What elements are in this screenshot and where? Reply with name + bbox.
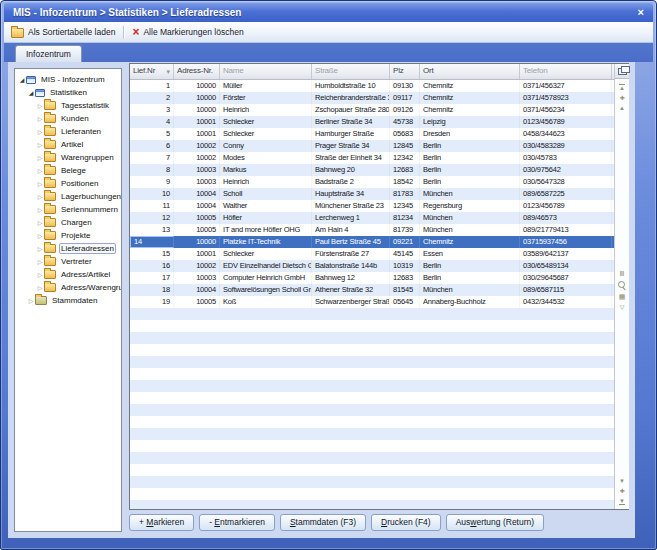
table-row[interactable]: 610002ConnyPrager Straße 3412845Berlin03…: [130, 140, 614, 152]
cell-ort: München: [420, 188, 520, 200]
tree-item-lieferadressen[interactable]: ▷Lieferadressen: [15, 242, 121, 255]
drucken-button[interactable]: Drucken (F4): [371, 514, 441, 531]
scroll-top-icon[interactable]: ▲: [619, 84, 625, 91]
grid-mode-icon[interactable]: ▦: [619, 293, 626, 300]
column-header-plz[interactable]: Plz: [390, 64, 420, 79]
expand-arrow-icon[interactable]: ▷: [36, 258, 44, 266]
expand-arrow-icon[interactable]: ▷: [36, 128, 44, 136]
scroll-bottom-icon[interactable]: ▼: [619, 498, 625, 505]
table-row[interactable]: 1610002EDV Einzelhandel Dietsch GmbBalat…: [130, 260, 614, 272]
expand-arrow-icon[interactable]: ▷: [36, 115, 44, 123]
load-sort-table-button[interactable]: Als Sortiertabelle laden: [4, 22, 122, 42]
cell-ort: München: [420, 224, 520, 236]
column-chooser-icon[interactable]: [618, 68, 627, 75]
tree-item-positionen[interactable]: ▷Positionen: [15, 177, 121, 190]
expand-arrow-icon[interactable]: ▷: [36, 206, 44, 214]
table-row[interactable]: 510001SchleckerHamburger Straße05683Dres…: [130, 128, 614, 140]
expand-arrow-icon[interactable]: ▷: [36, 180, 44, 188]
folder-icon: [44, 283, 56, 292]
tree-item-chargen[interactable]: ▷Chargen: [15, 216, 121, 229]
column-header-lief-nr[interactable]: Lief.Nr▼: [130, 64, 174, 79]
tree-item-kunden[interactable]: ▷Kunden: [15, 112, 121, 125]
tree-item-projekte[interactable]: ▷Projekte: [15, 229, 121, 242]
stammdaten-button[interactable]: Stammdaten (F3): [280, 514, 366, 531]
entmarkieren-button[interactable]: - Entmarkieren: [199, 514, 275, 531]
tree-item-stammdaten[interactable]: ▷Stammdaten: [15, 294, 121, 307]
cell-adress-nr: 10004: [174, 200, 220, 212]
cell-plz: 81545: [390, 284, 420, 296]
table-row[interactable]: 810003MarkusBahnweg 2012683Berlin030/975…: [130, 164, 614, 176]
table-row[interactable]: 1510001SchleckerFürstenstraße 2745145Ess…: [130, 248, 614, 260]
cell-name: Heinrich: [220, 104, 312, 116]
tree-item-mis-infozentrum[interactable]: ◢MIS - Infozentrum: [15, 73, 121, 86]
table-row[interactable]: 1310005IT and more Höfler OHGAm Hain 481…: [130, 224, 614, 236]
tree-item-tagesstatistik[interactable]: ▷Tagesstatistik: [15, 99, 121, 112]
column-header-name[interactable]: Name: [220, 64, 312, 79]
expand-arrow-icon[interactable]: ▷: [36, 102, 44, 110]
auswertung-button[interactable]: Auswertung (Return): [446, 514, 544, 531]
expand-arrow-icon[interactable]: ▷: [36, 232, 44, 240]
tree-item-adress-warengruppen[interactable]: ▷Adress/Warengruppen: [15, 281, 121, 294]
table-row[interactable]: 710002ModesStraße der Einheit 3412342Ber…: [130, 152, 614, 164]
cell-adress-nr: 10002: [174, 140, 220, 152]
tree-item-artikel[interactable]: ▷Artikel: [15, 138, 121, 151]
tree-item-lieferanten[interactable]: ▷Lieferanten: [15, 125, 121, 138]
tree-item-belege[interactable]: ▷Belege: [15, 164, 121, 177]
tree-item-statistiken[interactable]: ◢Statistiken: [15, 86, 121, 99]
collapse-arrow-icon[interactable]: ◢: [18, 76, 26, 84]
cell-ort: Regensburg: [420, 200, 520, 212]
cell-adress-nr: 10004: [174, 284, 220, 296]
expand-arrow-icon[interactable]: ▷: [36, 167, 44, 175]
expand-arrow-icon[interactable]: ▷: [36, 141, 44, 149]
table-row[interactable]: 210000FörsterReichenbranderstraße 309117…: [130, 92, 614, 104]
table-row[interactable]: 1410000Platzke IT-TechnikPaul Bertz Stra…: [130, 236, 614, 248]
expand-arrow-icon[interactable]: ▷: [36, 154, 44, 162]
grid-nav-strip: ▲✚▲ Ⅲ▦▽ ▼✚▼: [614, 64, 629, 509]
close-icon[interactable]: ×: [638, 7, 644, 18]
tree-item-adress-artikel[interactable]: ▷Adress/Artikel: [15, 268, 121, 281]
tree-item-label: Stammdaten: [50, 295, 99, 306]
cell-adress-nr: 10005: [174, 296, 220, 308]
table-row[interactable]: 1910005KoßSchwarzenberger Straße05645Ann…: [130, 296, 614, 308]
column-header-telefon[interactable]: Telefon: [520, 64, 612, 79]
table-row[interactable]: 1710003Computer Heinrich GmbHBahnweg 121…: [130, 272, 614, 284]
column-header-stra-e[interactable]: Straße: [312, 64, 390, 79]
table-row[interactable]: 310000HeinrichZschopauer Straße 28009126…: [130, 104, 614, 116]
search-icon[interactable]: [618, 281, 626, 289]
table-row[interactable]: 910003HeinrichBadstraße 218542Berlin030/…: [130, 176, 614, 188]
table-row[interactable]: 1110004WaltherMünchener Straße 2312345Re…: [130, 200, 614, 212]
expand-arrow-icon[interactable]: ▷: [36, 219, 44, 227]
tree-item-seriennummern[interactable]: ▷Seriennummern: [15, 203, 121, 216]
row-down-icon[interactable]: ▼: [619, 478, 625, 484]
tree-item-warengruppen[interactable]: ▷Warengruppen: [15, 151, 121, 164]
columns-icon[interactable]: Ⅲ: [620, 270, 625, 277]
tree-item-vertreter[interactable]: ▷Vertreter: [15, 255, 121, 268]
cell-adress-nr: 10000: [174, 104, 220, 116]
table-row[interactable]: 1010004SchollHauptstraße 3481783München0…: [130, 188, 614, 200]
expand-arrow-icon[interactable]: ▷: [36, 245, 44, 253]
column-header-adress-nr[interactable]: Adress-Nr.: [174, 64, 220, 79]
expand-arrow-icon[interactable]: ▷: [36, 193, 44, 201]
column-header-ort[interactable]: Ort: [420, 64, 520, 79]
table-row[interactable]: 110000MüllerHumboldtstraße 1009130Chemni…: [130, 80, 614, 92]
grid-nav-corner: [615, 64, 629, 79]
expand-arrow-icon[interactable]: ▷: [36, 284, 44, 292]
table-row[interactable]: 1810004Softwarelösungen Scholl GmbAthene…: [130, 284, 614, 296]
filter-icon[interactable]: ▽: [620, 304, 625, 310]
table-row[interactable]: 410001SchleckerBerliner Straße 3445738Le…: [130, 116, 614, 128]
jump-up-icon[interactable]: ✚: [619, 95, 624, 101]
tree-item-label: Warengruppen: [59, 152, 116, 163]
expand-arrow-icon[interactable]: ▷: [36, 271, 44, 279]
cell-telefon: 0123/456789: [520, 200, 612, 212]
clear-marks-button[interactable]: × Alle Markierungen löschen: [125, 22, 250, 42]
tab-infozentrum[interactable]: Infozentrum: [15, 45, 82, 62]
toolbar-item-label: Als Sortiertabelle laden: [28, 27, 115, 37]
collapse-arrow-icon[interactable]: ◢: [27, 89, 35, 97]
jump-down-icon[interactable]: ✚: [619, 488, 624, 494]
row-up-icon[interactable]: ▲: [619, 105, 625, 111]
table-row[interactable]: 1210005HöflerLerchenweg 181234München089…: [130, 212, 614, 224]
markieren-button[interactable]: + Markieren: [129, 514, 194, 531]
tree-item-lagerbuchungen[interactable]: ▷Lagerbuchungen: [15, 190, 121, 203]
expand-arrow-icon[interactable]: ▷: [27, 297, 35, 305]
grid-empty-area: [130, 308, 614, 509]
